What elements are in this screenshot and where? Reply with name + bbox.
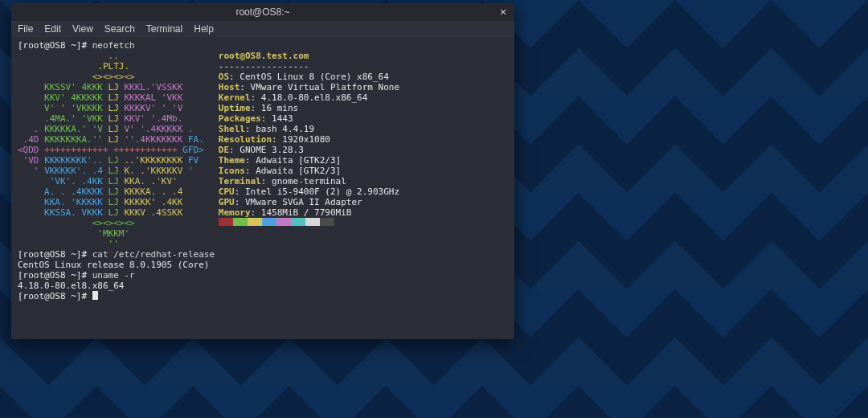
window-title: root@OS8:~ xyxy=(235,6,289,18)
terminal-viewport[interactable]: [root@OS8 ~]# neofetch .. .PLTJ. <><><><… xyxy=(11,37,514,339)
sysinfo-panel: root@OS8.test.com-----------------OS: Ce… xyxy=(219,51,399,249)
menu-terminal[interactable]: Terminal xyxy=(146,23,182,35)
color-swatches xyxy=(219,218,399,228)
menu-search[interactable]: Search xyxy=(104,23,135,35)
output-line: CentOS Linux release 8.0.1905 (Core) xyxy=(18,260,508,270)
terminal-window[interactable]: root@OS8:~ × File Edit View Search Termi… xyxy=(11,3,514,339)
menu-help[interactable]: Help xyxy=(194,23,214,35)
close-icon[interactable]: × xyxy=(497,6,510,18)
prompt-line: [root@OS8 ~]# xyxy=(18,291,508,301)
prompt-line: [root@OS8 ~]# neofetch xyxy=(18,40,508,51)
output-line: 4.18.0-80.el8.x86_64 xyxy=(18,281,508,291)
cursor xyxy=(92,291,98,300)
prompt-line: [root@OS8 ~]# uname -r xyxy=(18,270,508,281)
neofetch-output: .. .PLTJ. <><><><> KKSSV' 4KKK LJ KKKL.'… xyxy=(18,51,508,249)
menubar[interactable]: File Edit View Search Terminal Help xyxy=(11,21,514,37)
menu-view[interactable]: View xyxy=(72,23,93,35)
menu-file[interactable]: File xyxy=(18,23,33,35)
window-titlebar[interactable]: root@OS8:~ × xyxy=(11,3,514,21)
prompt-line: [root@OS8 ~]# cat /etc/redhat-release xyxy=(18,249,508,260)
ascii-logo: .. .PLTJ. <><><><> KKSSV' 4KKK LJ KKKL.'… xyxy=(18,51,204,249)
menu-edit[interactable]: Edit xyxy=(44,23,61,35)
